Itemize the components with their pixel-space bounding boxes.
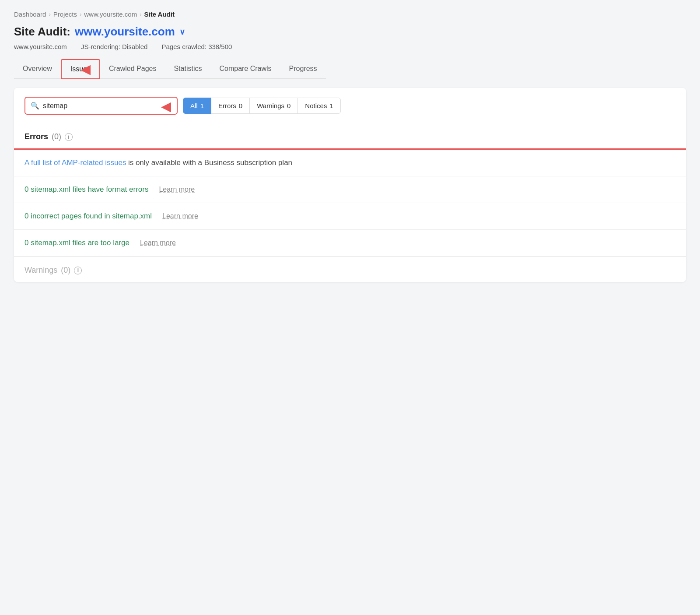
sitemap-incorrect-learn-more[interactable]: Learn more xyxy=(162,212,198,220)
breadcrumb-site[interactable]: www.yoursite.com xyxy=(84,11,137,18)
filter-bar: 🔍 × ◀ All 1 Errors 0 Warning xyxy=(14,88,686,123)
errors-section-header: Errors (0) i xyxy=(14,123,686,148)
breadcrumb-sep-3: › xyxy=(140,11,141,18)
warnings-section-header: Warnings (0) i xyxy=(14,257,686,282)
main-card: 🔍 × ◀ All 1 Errors 0 Warning xyxy=(14,88,686,282)
tab-crawled-pages[interactable]: Crawled Pages xyxy=(100,60,165,79)
notices-count: 1 xyxy=(329,102,333,109)
filter-wrapper: ◀ All 1 Errors 0 Warnings 0 No xyxy=(183,98,341,114)
page-title-row: Site Audit: www.yoursite.com ∨ xyxy=(14,25,686,39)
notices-label: Notices xyxy=(305,102,327,109)
warnings-title-text: Warnings xyxy=(24,266,57,275)
warnings-count-display: (0) xyxy=(61,266,70,275)
all-count: 1 xyxy=(200,102,204,109)
sitemap-format-learn-more[interactable]: Learn more xyxy=(159,186,195,193)
errors-count-display: (0) xyxy=(52,132,61,141)
page-title-prefix: Site Audit: xyxy=(14,25,70,39)
breadcrumb-sep-1: › xyxy=(49,11,50,18)
filter-errors-button[interactable]: Errors 0 xyxy=(211,98,250,114)
issue-row-sitemap-incorrect: 0 incorrect pages found in sitemap.xml L… xyxy=(14,203,686,230)
tab-progress[interactable]: Progress xyxy=(280,60,326,79)
search-icon: 🔍 xyxy=(31,102,39,110)
issue-row-sitemap-format: 0 sitemap.xml files have format errors L… xyxy=(14,176,686,203)
warnings-section-title: Warnings (0) i xyxy=(24,266,676,275)
chevron-down-icon[interactable]: ∨ xyxy=(179,27,185,37)
breadcrumb-dashboard[interactable]: Dashboard xyxy=(14,11,46,18)
breadcrumb: Dashboard › Projects › www.yoursite.com … xyxy=(14,11,686,18)
sitemap-large-learn-more[interactable]: Learn more xyxy=(140,239,176,247)
breadcrumb-projects[interactable]: Projects xyxy=(53,11,77,18)
errors-info-icon[interactable]: i xyxy=(65,133,73,141)
filter-all-button[interactable]: All 1 xyxy=(183,98,211,114)
breadcrumb-sep-2: › xyxy=(80,11,81,18)
tab-statistics[interactable]: Statistics xyxy=(165,60,210,79)
breadcrumb-current: Site Audit xyxy=(144,11,174,18)
site-name-link[interactable]: www.yoursite.com xyxy=(75,25,175,39)
issue-row-amp: A full list of AMP-related issues is onl… xyxy=(14,150,686,176)
amp-issues-text: is only available with a Business subscr… xyxy=(128,158,292,167)
errors-count: 0 xyxy=(239,102,242,109)
sitemap-format-link[interactable]: 0 sitemap.xml files have format errors xyxy=(24,185,148,194)
meta-row: www.yoursite.com JS-rendering: Disabled … xyxy=(14,43,686,50)
nav-tabs-container: Overview Issues Crawled Pages Statistics… xyxy=(14,59,686,79)
search-input[interactable] xyxy=(43,102,163,110)
warnings-label: Warnings xyxy=(257,102,284,109)
issue-row-sitemap-large: 0 sitemap.xml files are too large Learn … xyxy=(14,230,686,257)
errors-title-text: Errors xyxy=(24,132,48,141)
meta-domain: www.yoursite.com xyxy=(14,43,67,50)
all-label: All xyxy=(190,102,198,109)
errors-section-title: Errors (0) i xyxy=(24,132,676,141)
errors-label: Errors xyxy=(218,102,236,109)
warnings-count: 0 xyxy=(287,102,290,109)
meta-js-rendering: JS-rendering: Disabled xyxy=(81,43,148,50)
page-wrapper: Dashboard › Projects › www.yoursite.com … xyxy=(0,0,700,615)
sitemap-incorrect-link[interactable]: 0 incorrect pages found in sitemap.xml xyxy=(24,212,152,221)
filter-warnings-button[interactable]: Warnings 0 xyxy=(250,98,298,114)
amp-issues-link[interactable]: A full list of AMP-related issues xyxy=(24,158,126,167)
tab-issues[interactable]: Issues xyxy=(61,59,100,79)
tab-overview[interactable]: Overview xyxy=(14,60,61,79)
warnings-info-icon[interactable]: i xyxy=(74,267,82,274)
nav-tabs: Overview Issues Crawled Pages Statistics… xyxy=(14,59,326,79)
search-box: 🔍 × xyxy=(24,97,178,115)
meta-pages-crawled: Pages crawled: 338/500 xyxy=(161,43,232,50)
tab-compare-crawls[interactable]: Compare Crawls xyxy=(210,60,280,79)
clear-search-button[interactable]: × xyxy=(167,101,172,110)
filter-notices-button[interactable]: Notices 1 xyxy=(298,98,340,114)
filter-buttons: All 1 Errors 0 Warnings 0 Notices 1 xyxy=(183,98,341,114)
sitemap-large-link[interactable]: 0 sitemap.xml files are too large xyxy=(24,239,130,247)
